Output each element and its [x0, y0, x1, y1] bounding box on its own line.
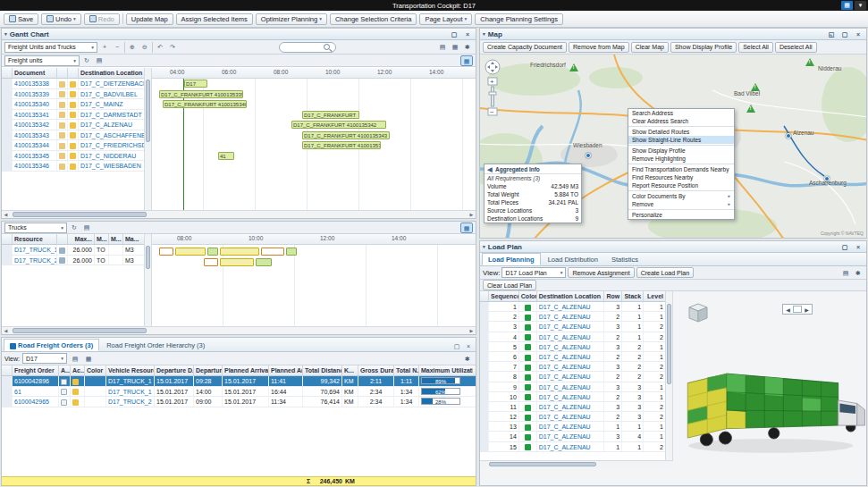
collapse-icon[interactable]: ▾	[4, 31, 7, 37]
destination-link[interactable]: D17_C_MAINZ	[80, 101, 122, 107]
document-link[interactable]: 4100135341	[14, 112, 49, 118]
settings-icon[interactable]: ✱	[462, 354, 473, 364]
row-selector[interactable]	[2, 245, 13, 255]
filter-icon[interactable]: ▤	[94, 55, 105, 65]
tab-statistics[interactable]: Statistics	[605, 253, 645, 265]
destination-link[interactable]: D17_C_ALZENAU	[539, 314, 591, 320]
load-plan-row[interactable]: 10D17_C_ALZENAU231	[480, 392, 665, 402]
document-link[interactable]: 4100135343	[14, 132, 49, 139]
trucks-table-row[interactable]: D17_TRUCK_126.000TOM3	[2, 245, 144, 256]
load-plan-pager[interactable]: ◀ ▶	[782, 304, 813, 315]
action-icon[interactable]	[72, 379, 79, 385]
destination-link[interactable]: D17_C_DARMSTADT	[80, 112, 142, 118]
row-selector[interactable]	[2, 99, 13, 109]
loadplan-vertical-scrollbar[interactable]	[666, 291, 673, 460]
column-header[interactable]: Destination Location	[79, 68, 144, 78]
redo-icon[interactable]: ↷	[167, 42, 178, 52]
gantt-bar[interactable]: D17_C_FRANKFURT 4100135339	[159, 90, 243, 98]
close-icon[interactable]: ×	[463, 341, 474, 351]
destination-link[interactable]: D17_C_ALZENAU	[539, 364, 591, 370]
print-icon[interactable]: ▤	[70, 354, 80, 364]
load-plan-row[interactable]: 4D17_C_ALZENAU212	[480, 332, 665, 342]
document-link[interactable]: 4100135339	[14, 91, 49, 97]
column-header[interactable]: Total N...	[394, 365, 419, 375]
load-plan-row[interactable]: 5D17_C_ALZENAU321	[480, 342, 665, 352]
tab-load-distribution[interactable]: Load Distribution	[542, 253, 604, 265]
gantt-table-row[interactable]: 4100135342D17_C_ALZENAU	[2, 120, 144, 130]
menu-item-search-address[interactable]: Search Address	[628, 109, 734, 117]
vehicle-resource-link[interactable]: D17_TRUCK_1	[108, 378, 152, 384]
gantt-table-row[interactable]: 4100135345D17_C_NIDDERAU	[2, 151, 144, 162]
column-header[interactable]	[2, 68, 13, 78]
column-header[interactable]: Planned Arriva...	[269, 365, 303, 375]
menu-item-personalize[interactable]: Personalize	[628, 211, 734, 219]
menu-item-show-straight-line-routes[interactable]: Show Straight-Line Routes	[628, 136, 734, 144]
close-icon[interactable]: ×	[853, 242, 864, 252]
warning-marker-icon[interactable]	[751, 83, 760, 91]
undo-icon[interactable]: ↶	[155, 42, 165, 52]
row-selector[interactable]	[2, 120, 13, 130]
row-selector[interactable]	[480, 382, 489, 391]
destination-link[interactable]: D17_C_ALZENAU	[539, 323, 591, 330]
remove-assignment-button[interactable]: Remove Assignment	[568, 267, 634, 278]
column-header[interactable]: Freight Order	[13, 365, 59, 375]
cargo-item-icon[interactable]	[682, 300, 709, 323]
destination-link[interactable]: D17_C_ALZENAU	[539, 344, 591, 350]
destination-link[interactable]: D17_C_NIDDERAU	[80, 153, 136, 159]
column-header[interactable]	[57, 234, 68, 244]
collapse-icon[interactable]: ▾	[483, 31, 485, 37]
pager-left-icon[interactable]: ◀	[783, 306, 793, 313]
column-header[interactable]	[2, 234, 13, 244]
column-header[interactable]	[57, 68, 68, 78]
assign-selected-items-button[interactable]: Assign Selected Items	[176, 13, 253, 25]
trucks-table-row[interactable]: D17_TRUCK_226.000TOM3	[2, 256, 144, 266]
document-link[interactable]: 4100135340	[14, 101, 49, 107]
document-link[interactable]: 4100135338	[14, 80, 49, 87]
load-plan-row[interactable]: 15D17_C_ALZENAU112	[480, 442, 665, 452]
location-marker-icon[interactable]	[786, 133, 791, 139]
row-selector[interactable]	[480, 352, 489, 361]
column-header[interactable]: Max...	[68, 234, 95, 244]
load-plan-row[interactable]: 13D17_C_ALZENAU111	[480, 422, 665, 432]
load-plan-row[interactable]: 3D17_C_ALZENAU312	[480, 322, 665, 332]
gantt-bar[interactable]: 41	[218, 152, 234, 160]
menu-item-color-documents-by[interactable]: Color Documents By▸	[628, 192, 734, 200]
settings-icon[interactable]: ✱	[462, 42, 473, 52]
resource-link[interactable]: D17_TRUCK_2	[14, 257, 57, 264]
menu-item-remove[interactable]: Remove▸	[628, 200, 734, 208]
row-selector[interactable]	[480, 432, 489, 441]
page-layout-button[interactable]: Page Layout▾	[419, 13, 472, 25]
column-header[interactable]: Vehicle Resource	[106, 365, 155, 375]
remove-from-map-button[interactable]: Remove from Map	[569, 42, 629, 53]
orders-table-row[interactable]: 6100042896D17_TRUCK_115.01.201709:2815.0…	[2, 376, 476, 387]
gantt-table-row[interactable]: 4100135339D17_C_BADVILBEL	[2, 89, 144, 100]
column-header[interactable]: Color	[519, 291, 537, 301]
tab-load-planning[interactable]: Load Planning	[482, 253, 541, 265]
row-selector[interactable]	[2, 140, 13, 150]
select-all-button[interactable]: Select All	[738, 42, 773, 53]
menu-item-clear-address-search[interactable]: Clear Address Search	[628, 117, 734, 125]
refresh-icon[interactable]: ↻	[69, 223, 80, 232]
clear-map-button[interactable]: Clear Map	[631, 42, 669, 53]
gantt-table-row[interactable]: 4100135338D17_C_DIETZENBACH	[2, 79, 144, 89]
pager-right-icon[interactable]: ▶	[802, 306, 812, 313]
row-selector[interactable]	[2, 161, 13, 171]
menu-item-show-detailed-routes[interactable]: Show Detailed Routes	[628, 128, 734, 136]
destination-link[interactable]: D17_C_ALZENAU	[539, 433, 591, 440]
map-pan-zoom-control[interactable]: + −	[484, 58, 501, 119]
destination-link[interactable]: D17_C_ALZENAU	[539, 444, 591, 450]
row-selector[interactable]	[480, 392, 489, 401]
column-header[interactable]: Sequence	[489, 291, 519, 301]
row-selector[interactable]	[2, 151, 13, 161]
gantt-table-row[interactable]: 4100135341D17_C_DARMSTADT	[2, 110, 144, 121]
row-selector[interactable]	[480, 362, 489, 371]
close-icon[interactable]: ×	[853, 29, 864, 39]
freight-order-link[interactable]: 61	[14, 389, 21, 395]
column-header[interactable]: Maximum Utilization	[419, 365, 473, 375]
destination-link[interactable]: D17_C_ALZENAU	[539, 384, 591, 390]
refresh-icon[interactable]: ↻	[81, 55, 92, 65]
column-header[interactable]: Departur...	[194, 365, 223, 375]
column-header[interactable]: Ma...	[123, 234, 144, 244]
legend-icon[interactable]: ▤	[437, 42, 448, 52]
column-header[interactable]: Stack	[622, 291, 644, 301]
